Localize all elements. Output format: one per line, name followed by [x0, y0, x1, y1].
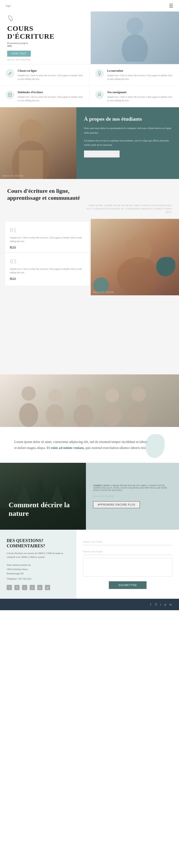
- feature-content-3: Habitudes d'écriture Sample text. Click …: [17, 91, 83, 102]
- svg-rect-7: [9, 93, 11, 96]
- svg-point-25: [129, 403, 148, 426]
- nature-left: Comment décrire la nature: [0, 463, 86, 530]
- svg-point-16: [22, 386, 36, 401]
- contact-title: DES QUESTIONS?COMMENTAIRES?: [7, 538, 70, 549]
- contact-socials: f 𝕏 i p in @: [7, 585, 70, 590]
- contact-address-text: 190A Charlotte Street,Peterborough ON: [7, 567, 70, 576]
- lorem-section: Lorem ipsum dolor sit amet, consectetur …: [0, 427, 179, 463]
- contact-name-input[interactable]: [83, 538, 172, 545]
- features-grid: Classes en ligne Sample text. Click to s…: [0, 64, 179, 107]
- feature-item-4: Nos enseignants Sample text. Click to se…: [90, 86, 179, 107]
- footer-linkedin-icon[interactable]: in: [170, 602, 172, 607]
- about-title: À propos de nos étudiants: [84, 116, 171, 122]
- contact-right: SOUMETTRE: [76, 530, 179, 599]
- navigation: logo ☰: [0, 0, 179, 11]
- cards-image-container: Image de Freepik: [91, 219, 179, 295]
- svg-point-23: [103, 404, 121, 427]
- cards-section: 01 Sample text. Click to select the text…: [0, 219, 179, 374]
- feature-text-3: Sample text. Click to select the text bo…: [17, 95, 83, 102]
- leaf-icon: [7, 15, 83, 23]
- svg-rect-13: [19, 150, 43, 179]
- lorem-text: Lorem ipsum dolor sit amet, consectetur …: [14, 439, 150, 451]
- svg-point-21: [73, 405, 94, 427]
- card-1: 01 Sample text. Click to select the text…: [5, 221, 90, 252]
- svg-point-11: [19, 119, 43, 143]
- svg-point-18: [48, 389, 62, 403]
- linkedin-icon[interactable]: in: [37, 585, 42, 590]
- card-link-1[interactable]: PLUS: [10, 246, 84, 248]
- card-3: 03 Sample text. Click to select the text…: [5, 252, 90, 286]
- feature-item-2: La narration Sample text. Click to selec…: [90, 64, 179, 86]
- facebook-icon[interactable]: f: [7, 585, 12, 590]
- about-text-1: Duis aute irure dolor in reprehenderit i…: [84, 126, 171, 135]
- hero-cta-button[interactable]: VOIR TOUT: [7, 51, 31, 57]
- contact-email-input[interactable]: [83, 548, 172, 555]
- logo: logo: [6, 4, 11, 8]
- feature-title-2: La narration: [107, 69, 173, 73]
- nature-section: Comment décrire la nature SAMPLE TEXT: L…: [0, 463, 179, 530]
- feature-icon-1: [6, 69, 14, 78]
- feature-content-4: Nos enseignants Sample text. Click to se…: [107, 91, 173, 102]
- courses-title: Cours d'écriture en ligne, apprentissage…: [7, 188, 98, 202]
- cards-spacer: [5, 286, 174, 367]
- contact-left: DES QUESTIONS?COMMENTAIRES? L'école d'éc…: [0, 530, 76, 599]
- contact-submit-button[interactable]: SOUMETTRE: [109, 581, 147, 589]
- lorem-blob: [146, 434, 165, 458]
- group-photo-section: [0, 374, 179, 427]
- feature-content-2: La narration Sample text. Click to selec…: [107, 69, 173, 81]
- card-text-3: Sample text. Click to select the text bo…: [10, 267, 84, 274]
- svg-point-2: [127, 18, 143, 34]
- feature-item-1: Classes en ligne Sample text. Click to s…: [0, 64, 90, 86]
- courses-subtitle: PARAGRAPH. LOREM IPSUM DOLOR SIT AMET, C…: [86, 204, 172, 214]
- footer: f 𝕏 i p in: [0, 599, 179, 610]
- card-number-3: 03: [10, 257, 84, 265]
- pinterest-icon[interactable]: p: [30, 585, 35, 590]
- contact-phone: Téléphone: 705-742-3221: [7, 577, 70, 581]
- svg-point-20: [76, 387, 91, 402]
- nature-cta-button[interactable]: APPRENDRE ENCORE PLUS: [93, 501, 140, 508]
- menu-icon[interactable]: ☰: [169, 3, 173, 9]
- hero-section: COURSD'ÉCRITURE Économisez jusqu'à50% VO…: [0, 11, 179, 64]
- hero-subtitle: Économisez jusqu'à50%: [7, 41, 83, 47]
- svg-point-19: [46, 404, 64, 426]
- teal-blob-2: [93, 277, 109, 293]
- feature-title-3: Habitudes d'écriture: [17, 91, 83, 94]
- nature-sample-label: SAMPLE TEXT: LOREM IPSUM DOLOR SIT AMET,…: [93, 484, 172, 492]
- about-text-2: Excepteur sint occaecat cupidatat non pr…: [84, 138, 171, 147]
- about-cta-button[interactable]: apprendre encore plus: [84, 151, 119, 157]
- svg-point-15: [117, 257, 160, 295]
- contact-hours: L'école d'écriture est ouverte de 10h00 …: [7, 552, 70, 559]
- feature-icon-2: [95, 69, 104, 78]
- contact-address-label: Notre adresse postale est:: [7, 563, 70, 567]
- feature-text-2: Sample text. Click to select the text bo…: [107, 73, 173, 81]
- hero-image: [91, 11, 179, 64]
- footer-twitter-icon[interactable]: 𝕏: [155, 602, 157, 607]
- svg-point-17: [19, 403, 38, 427]
- feature-item-3: Habitudes d'écriture Sample text. Click …: [0, 86, 90, 107]
- group-photo-image: [0, 374, 179, 427]
- feature-icon-3: [6, 91, 14, 99]
- contact-message-input[interactable]: [83, 558, 172, 577]
- footer-pinterest-icon[interactable]: p: [165, 602, 166, 607]
- about-image-credit: IMAGE DE FREEPIK: [2, 175, 24, 177]
- card-link-3[interactable]: PLUS: [10, 277, 84, 280]
- footer-facebook-icon[interactable]: f: [150, 602, 151, 607]
- feature-title-1: Classes en ligne: [17, 69, 83, 73]
- cards-image-credit: Image de Freepik: [93, 291, 114, 293]
- twitter-icon[interactable]: 𝕏: [14, 585, 20, 590]
- feature-title-4: Nos enseignants: [107, 91, 173, 94]
- about-content: À propos de nos étudiants Duis aute irur…: [76, 107, 179, 179]
- nature-title: Comment décrire la nature: [9, 500, 77, 518]
- feature-text-4: Sample text. Click to select the text bo…: [107, 95, 173, 102]
- contact-section: DES QUESTIONS?COMMENTAIRES? L'école d'éc…: [0, 530, 179, 599]
- footer-instagram-icon[interactable]: i: [160, 602, 162, 607]
- svg-point-24: [131, 386, 146, 401]
- about-bg-image: [0, 107, 76, 179]
- svg-point-22: [105, 389, 119, 402]
- email-icon[interactable]: @: [45, 585, 50, 590]
- svg-point-10: [99, 93, 101, 95]
- instagram-icon[interactable]: i: [22, 585, 27, 590]
- contact-address: Notre adresse postale est: 190A Charlott…: [7, 563, 70, 581]
- card-number-1: 01: [10, 226, 84, 234]
- hero-left: COURSD'ÉCRITURE Économisez jusqu'à50% VO…: [0, 11, 91, 64]
